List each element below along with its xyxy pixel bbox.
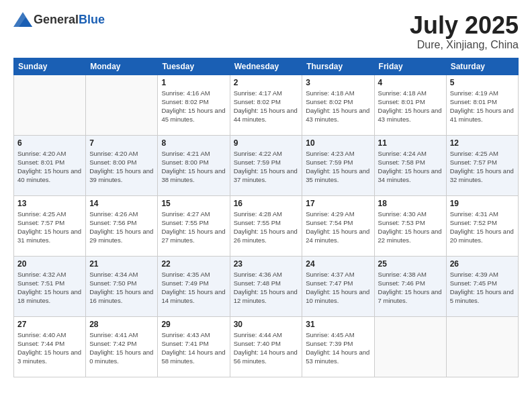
day-info: Sunrise: 4:18 AM Sunset: 8:01 PM Dayligh… (378, 89, 443, 124)
day-number: 2 (234, 78, 299, 87)
calendar-cell: 18Sunrise: 4:30 AM Sunset: 7:53 PM Dayli… (374, 195, 446, 256)
location-title: Dure, Xinjiang, China (410, 39, 519, 51)
calendar-cell: 22Sunrise: 4:35 AM Sunset: 7:49 PM Dayli… (158, 256, 230, 316)
day-number: 26 (450, 259, 515, 269)
day-info: Sunrise: 4:20 AM Sunset: 8:01 PM Dayligh… (17, 149, 82, 185)
calendar-cell: 25Sunrise: 4:38 AM Sunset: 7:46 PM Dayli… (374, 256, 446, 316)
calendar-cell: 11Sunrise: 4:24 AM Sunset: 7:58 PM Dayli… (374, 135, 446, 195)
day-number: 25 (378, 259, 443, 269)
calendar-cell: 9Sunrise: 4:22 AM Sunset: 7:59 PM Daylig… (230, 135, 302, 195)
day-info: Sunrise: 4:20 AM Sunset: 8:00 PM Dayligh… (89, 149, 154, 185)
day-number: 6 (17, 138, 82, 148)
day-info: Sunrise: 4:44 AM Sunset: 7:40 PM Dayligh… (234, 330, 299, 366)
day-info: Sunrise: 4:31 AM Sunset: 7:52 PM Dayligh… (450, 210, 515, 245)
calendar-cell: 13Sunrise: 4:25 AM Sunset: 7:57 PM Dayli… (14, 195, 86, 256)
calendar-cell: 5Sunrise: 4:19 AM Sunset: 8:01 PM Daylig… (446, 75, 518, 135)
day-info: Sunrise: 4:35 AM Sunset: 7:49 PM Dayligh… (161, 270, 226, 306)
title-block: July 2025 Dure, Xinjiang, China (410, 12, 519, 51)
calendar-cell: 27Sunrise: 4:40 AM Sunset: 7:44 PM Dayli… (14, 316, 86, 377)
day-info: Sunrise: 4:36 AM Sunset: 7:48 PM Dayligh… (234, 270, 299, 306)
day-number: 19 (450, 199, 515, 208)
calendar-cell: 15Sunrise: 4:27 AM Sunset: 7:55 PM Dayli… (158, 195, 230, 256)
logo: GeneralBlue (13, 12, 105, 27)
calendar-cell: 19Sunrise: 4:31 AM Sunset: 7:52 PM Dayli… (446, 195, 518, 256)
logo-blue: Blue (79, 13, 105, 26)
day-number: 4 (378, 78, 443, 87)
day-info: Sunrise: 4:17 AM Sunset: 8:02 PM Dayligh… (234, 89, 299, 124)
day-number: 14 (89, 199, 154, 208)
day-info: Sunrise: 4:39 AM Sunset: 7:45 PM Dayligh… (450, 270, 515, 306)
day-number: 1 (161, 78, 226, 87)
calendar-row: 20Sunrise: 4:32 AM Sunset: 7:51 PM Dayli… (14, 256, 519, 316)
day-info: Sunrise: 4:16 AM Sunset: 8:02 PM Dayligh… (161, 89, 226, 124)
day-number: 27 (17, 320, 82, 329)
calendar-cell: 28Sunrise: 4:41 AM Sunset: 7:42 PM Dayli… (86, 316, 158, 377)
calendar-row: 6Sunrise: 4:20 AM Sunset: 8:01 PM Daylig… (14, 135, 519, 195)
day-number: 23 (234, 259, 299, 269)
weekday-header: Friday (374, 58, 446, 75)
day-info: Sunrise: 4:30 AM Sunset: 7:53 PM Dayligh… (378, 210, 443, 245)
calendar-cell: 4Sunrise: 4:18 AM Sunset: 8:01 PM Daylig… (374, 75, 446, 135)
day-info: Sunrise: 4:45 AM Sunset: 7:39 PM Dayligh… (306, 330, 370, 366)
calendar-cell (86, 75, 158, 135)
calendar-cell (14, 75, 86, 135)
day-info: Sunrise: 4:26 AM Sunset: 7:56 PM Dayligh… (89, 210, 154, 245)
day-number: 9 (234, 138, 299, 148)
calendar-cell: 20Sunrise: 4:32 AM Sunset: 7:51 PM Dayli… (14, 256, 86, 316)
day-info: Sunrise: 4:32 AM Sunset: 7:51 PM Dayligh… (17, 270, 82, 306)
day-info: Sunrise: 4:21 AM Sunset: 8:00 PM Dayligh… (161, 149, 226, 185)
day-number: 24 (306, 259, 370, 269)
day-number: 18 (378, 199, 443, 208)
calendar-cell: 7Sunrise: 4:20 AM Sunset: 8:00 PM Daylig… (86, 135, 158, 195)
day-info: Sunrise: 4:18 AM Sunset: 8:02 PM Dayligh… (306, 89, 370, 124)
calendar-cell: 24Sunrise: 4:37 AM Sunset: 7:47 PM Dayli… (302, 256, 374, 316)
day-info: Sunrise: 4:19 AM Sunset: 8:01 PM Dayligh… (450, 89, 515, 124)
calendar-cell: 10Sunrise: 4:23 AM Sunset: 7:59 PM Dayli… (302, 135, 374, 195)
day-info: Sunrise: 4:38 AM Sunset: 7:46 PM Dayligh… (378, 270, 443, 306)
day-number: 29 (161, 320, 226, 329)
day-number: 15 (161, 199, 226, 208)
weekday-header: Sunday (14, 58, 86, 75)
calendar-cell: 31Sunrise: 4:45 AM Sunset: 7:39 PM Dayli… (302, 316, 374, 377)
day-info: Sunrise: 4:28 AM Sunset: 7:55 PM Dayligh… (234, 210, 299, 245)
day-number: 30 (234, 320, 299, 329)
logo-general: General (34, 13, 79, 26)
day-number: 10 (306, 138, 370, 148)
calendar-cell: 1Sunrise: 4:16 AM Sunset: 8:02 PM Daylig… (158, 75, 230, 135)
calendar-cell: 6Sunrise: 4:20 AM Sunset: 8:01 PM Daylig… (14, 135, 86, 195)
calendar-cell: 3Sunrise: 4:18 AM Sunset: 8:02 PM Daylig… (302, 75, 374, 135)
day-info: Sunrise: 4:41 AM Sunset: 7:42 PM Dayligh… (89, 330, 154, 366)
day-number: 11 (378, 138, 443, 148)
calendar-cell: 16Sunrise: 4:28 AM Sunset: 7:55 PM Dayli… (230, 195, 302, 256)
day-number: 17 (306, 199, 370, 208)
calendar-row: 13Sunrise: 4:25 AM Sunset: 7:57 PM Dayli… (14, 195, 519, 256)
calendar-row: 1Sunrise: 4:16 AM Sunset: 8:02 PM Daylig… (14, 75, 519, 135)
calendar-cell: 14Sunrise: 4:26 AM Sunset: 7:56 PM Dayli… (86, 195, 158, 256)
day-number: 31 (306, 320, 370, 329)
calendar-row: 27Sunrise: 4:40 AM Sunset: 7:44 PM Dayli… (14, 316, 519, 377)
day-number: 12 (450, 138, 515, 148)
weekday-header: Monday (86, 58, 158, 75)
day-number: 16 (234, 199, 299, 208)
weekday-header: Saturday (446, 58, 518, 75)
day-number: 20 (17, 259, 82, 269)
day-number: 28 (89, 320, 154, 329)
weekday-header: Thursday (302, 58, 374, 75)
calendar-cell: 26Sunrise: 4:39 AM Sunset: 7:45 PM Dayli… (446, 256, 518, 316)
day-info: Sunrise: 4:22 AM Sunset: 7:59 PM Dayligh… (234, 149, 299, 185)
logo-icon (13, 12, 32, 27)
day-info: Sunrise: 4:37 AM Sunset: 7:47 PM Dayligh… (306, 270, 370, 306)
calendar-cell: 30Sunrise: 4:44 AM Sunset: 7:40 PM Dayli… (230, 316, 302, 377)
page-header: GeneralBlue July 2025 Dure, Xinjiang, Ch… (13, 12, 519, 51)
calendar-cell (374, 316, 446, 377)
calendar-page: GeneralBlue July 2025 Dure, Xinjiang, Ch… (0, 0, 532, 411)
day-number: 13 (17, 199, 82, 208)
calendar-cell: 2Sunrise: 4:17 AM Sunset: 8:02 PM Daylig… (230, 75, 302, 135)
day-number: 8 (161, 138, 226, 148)
calendar-cell: 23Sunrise: 4:36 AM Sunset: 7:48 PM Dayli… (230, 256, 302, 316)
calendar-cell (446, 316, 518, 377)
calendar-cell: 8Sunrise: 4:21 AM Sunset: 8:00 PM Daylig… (158, 135, 230, 195)
day-number: 22 (161, 259, 226, 269)
day-info: Sunrise: 4:34 AM Sunset: 7:50 PM Dayligh… (89, 270, 154, 306)
day-info: Sunrise: 4:24 AM Sunset: 7:58 PM Dayligh… (378, 149, 443, 185)
